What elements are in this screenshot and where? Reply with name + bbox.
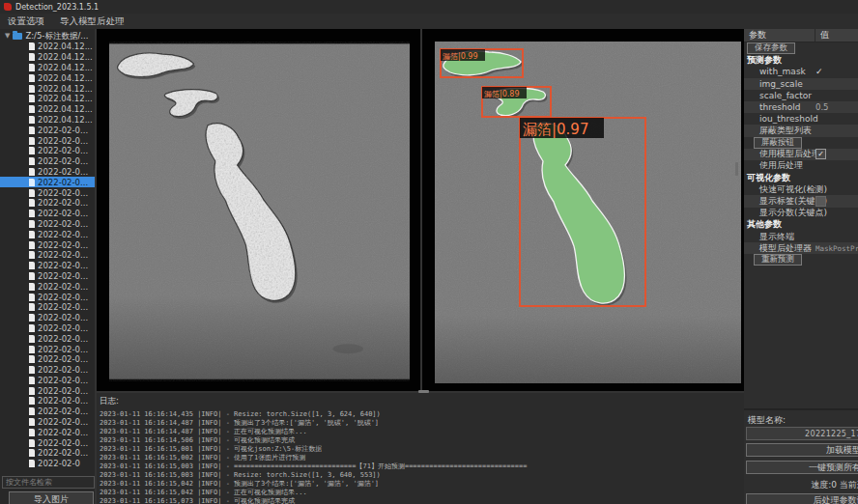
tree-item[interactable]: 2022-02-0...: [0, 376, 95, 386]
tree-item[interactable]: 2022.04.12...: [0, 52, 95, 63]
log-line: 2023-01-11 16:16:14,435 |INFO| - Resize:…: [97, 410, 744, 419]
tree-item[interactable]: 2022-02-0...: [0, 219, 95, 230]
param-button[interactable]: 重新预测: [754, 254, 802, 266]
tree-item[interactable]: 2022-02-0...: [0, 354, 95, 365]
tree-item[interactable]: 2022-02-0...: [0, 323, 95, 334]
tree-item[interactable]: 2022-02-0...: [0, 281, 95, 292]
param-row[interactable]: img_scale: [744, 78, 858, 90]
param-row[interactable]: 其他参数: [744, 219, 858, 231]
tree-item[interactable]: 2022.04.12...: [0, 83, 95, 94]
log-line: 2023-01-11 16:16:14,487 |INFO| - 预测出了3个结…: [97, 419, 744, 428]
tree-item[interactable]: 2022.04.12...: [0, 115, 95, 126]
predict-all-button[interactable]: 一键预测所有图片: [746, 461, 858, 474]
tree-item[interactable]: 2022.04.12...: [0, 42, 95, 52]
import-images-button[interactable]: 导入图片: [9, 491, 94, 504]
tree-item[interactable]: 2022-02-0...: [0, 177, 95, 187]
tree-item[interactable]: 2022.04.12...: [0, 63, 95, 73]
file-icon: [29, 272, 35, 280]
tree-item[interactable]: 2022-02-0...: [0, 209, 95, 219]
param-row[interactable]: scale_factor: [744, 90, 858, 101]
param-row[interactable]: 使用模型后处理 ✓: [744, 149, 858, 160]
tree-item[interactable]: 2022-02-0...: [0, 313, 95, 323]
param-column-name: 参数: [744, 29, 815, 42]
tree-root-folder[interactable]: ▼ Z:/5-标注数据/...: [0, 31, 95, 42]
file-icon: [29, 387, 35, 395]
tree-item[interactable]: 2022-02-0...: [0, 146, 95, 156]
vertical-splitter-handle[interactable]: [735, 162, 738, 176]
menu-import-postprocess[interactable]: 导入模型后处理: [60, 15, 125, 28]
param-row[interactable]: 显示终端: [744, 231, 858, 242]
param-row[interactable]: threshold 0.5: [744, 101, 858, 113]
param-row[interactable]: with_mask ✓: [744, 66, 858, 77]
tree-item[interactable]: 2022-02-0...: [0, 427, 95, 437]
tree-item[interactable]: 2022-02-0...: [0, 239, 95, 250]
tree-item-label: 2022-02-0...: [38, 198, 88, 208]
param-row[interactable]: 模型后处理器 MaskPostPro: [744, 242, 858, 254]
postprocess-settings-button[interactable]: 后处理参数设置: [746, 493, 858, 504]
param-row[interactable]: 屏蔽按钮: [744, 137, 858, 149]
param-button[interactable]: 屏蔽按钮: [754, 137, 802, 149]
model-name-field[interactable]: 20221225_174813: [746, 427, 858, 440]
tree-item[interactable]: 2022-02-0...: [0, 271, 95, 282]
param-row[interactable]: 可视化参数: [744, 172, 858, 183]
tree-item[interactable]: 2022-02-0...: [0, 250, 95, 261]
file-tree-sidebar: ▼ Z:/5-标注数据/... 2022.04.12... 2022.04.12…: [0, 29, 95, 504]
param-value[interactable]: ✓: [815, 149, 826, 159]
file-icon: [29, 231, 35, 238]
tree-item-label: 2022-02-0: [38, 459, 80, 468]
app-window: Detection_2023.1.5.1 设置选项 导入模型后处理 ▼ Z:/5…: [0, 0, 858, 504]
tree-item[interactable]: 2022-02-0...: [0, 344, 95, 354]
tree-item[interactable]: 2022-02-0...: [0, 125, 95, 135]
log-console[interactable]: 日志: 2023-01-11 16:16:14,435 |INFO| - Res…: [97, 393, 744, 504]
tree-item[interactable]: 2022.04.12...: [0, 94, 95, 104]
tree-item[interactable]: 2022-02-0...: [0, 229, 95, 239]
file-icon: [29, 303, 35, 311]
param-row[interactable]: 显示标签(关键点): [744, 195, 858, 207]
tree-item[interactable]: 2022-02-0...: [0, 448, 95, 459]
menu-settings[interactable]: 设置选项: [8, 15, 44, 28]
tree-item[interactable]: 2022-02-0...: [0, 406, 95, 417]
file-icon: [29, 429, 35, 436]
tree-item-label: 2022-02-0...: [38, 345, 88, 354]
param-row[interactable]: 使用后处理: [744, 160, 858, 172]
param-row[interactable]: 重新预测: [744, 254, 858, 266]
param-row[interactable]: 预测参数: [744, 54, 858, 66]
file-icon: [29, 418, 35, 426]
tree-item[interactable]: 2022-02-0...: [0, 365, 95, 376]
param-value[interactable]: MaskPostPro: [815, 244, 858, 253]
tree-item[interactable]: 2022-02-0...: [0, 167, 95, 178]
tree-item[interactable]: 2022-02-0...: [0, 396, 95, 406]
raw-image-panel[interactable]: [97, 29, 420, 391]
tree-item[interactable]: 2022-02-0...: [0, 198, 95, 209]
menu-bar: 设置选项 导入模型后处理: [0, 14, 858, 29]
file-icon: [29, 355, 35, 363]
tree-item[interactable]: 2022-02-0...: [0, 156, 95, 167]
tree-item[interactable]: 2022-02-0...: [0, 292, 95, 302]
param-value[interactable]: 0.5: [815, 102, 829, 112]
tree-item[interactable]: 2022-02-0: [0, 459, 95, 469]
param-row[interactable]: 屏蔽类型列表: [744, 125, 858, 136]
tree-item[interactable]: 2022-02-0...: [0, 437, 95, 448]
param-value[interactable]: ✓: [815, 67, 823, 76]
tree-item[interactable]: 2022-02-0...: [0, 187, 95, 198]
param-row[interactable]: 快速可视化(检测): [744, 183, 858, 195]
tree-item-label: 2022-02-0...: [38, 365, 88, 375]
tree-item[interactable]: 2022-02-0...: [0, 417, 95, 428]
param-value[interactable]: [815, 196, 826, 207]
folder-icon: [13, 33, 22, 40]
param-button[interactable]: 保存参数: [747, 42, 795, 54]
tree-item[interactable]: 2022-02-0...: [0, 333, 95, 344]
tree-item[interactable]: 2022-02-0...: [0, 302, 95, 313]
prediction-image-panel[interactable]: 漏箔|0.99 漏箔|0.89 漏箔|0.97: [422, 29, 744, 391]
param-row[interactable]: iou_threshold: [744, 113, 858, 125]
param-label: 模型后处理器: [744, 242, 812, 255]
tree-item[interactable]: 2022.04.12...: [0, 104, 95, 115]
search-input[interactable]: [2, 476, 95, 489]
tree-item[interactable]: 2022.04.12...: [0, 72, 95, 83]
tree-item[interactable]: 2022-02-0...: [0, 135, 95, 146]
tree-item[interactable]: 2022-02-0...: [0, 261, 95, 271]
tree-item[interactable]: 2022-02-0...: [0, 385, 95, 396]
load-model-button[interactable]: 加载模型: [746, 443, 858, 457]
param-row[interactable]: 显示分数(关键点): [744, 208, 858, 219]
param-row[interactable]: 保存参数: [744, 42, 858, 54]
